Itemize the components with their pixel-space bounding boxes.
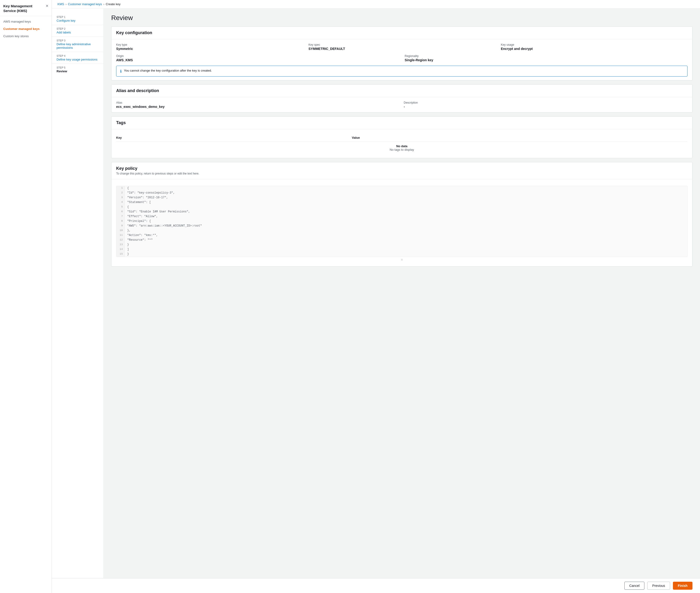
steps-panel: Step 1 Configure key Step 2 Add labels S…	[52, 8, 104, 593]
step-3-name: Define key administrative permissions	[57, 42, 99, 49]
step-5-name: Review	[57, 70, 99, 73]
code-line: 11 "Action": "kms:*",	[116, 233, 687, 238]
sidebar-title: Key Management Service (KMS)	[3, 4, 32, 13]
breadcrumb: KMS › Customer managed keys › Create key	[52, 0, 700, 8]
code-editor[interactable]: 1{2 "Id": "key-consolepolicy-3",3 "Versi…	[116, 186, 688, 257]
step-4-label: Step 4	[57, 54, 99, 57]
key-type-value: Symmetric	[116, 47, 303, 51]
config-item-key-usage: Key usage Encrypt and decrypt	[501, 43, 688, 51]
alias-desc-title: Alias and description	[116, 88, 688, 93]
key-config-title: Key configuration	[116, 30, 688, 35]
origin-value: AWS_KMS	[116, 58, 399, 62]
tags-no-data: No data No tags to display	[116, 142, 688, 155]
config-grid-row2: Origin AWS_KMS Regionality Single-Region…	[116, 54, 688, 62]
sidebar-header: Key Management Service (KMS) ×	[0, 0, 51, 16]
step-2-name: Add labels	[57, 31, 99, 34]
no-data-label: No data	[116, 144, 688, 148]
step-1-name: Configure key	[57, 19, 99, 23]
code-line: 4 "Statement": [	[116, 200, 687, 205]
sidebar-item-aws-managed-keys[interactable]: AWS managed keys	[0, 18, 51, 25]
breadcrumb-sep-1: ›	[66, 3, 67, 6]
step-3-label: Step 3	[57, 39, 99, 42]
alias-grid: Alias ecs_exec_windows_demo_key Descript…	[116, 101, 688, 109]
tags-header: Tags	[111, 117, 692, 129]
cancel-button[interactable]: Cancel	[624, 582, 644, 590]
description-item: Description -	[404, 101, 688, 109]
sidebar-item-customer-managed-keys[interactable]: Customer managed keys	[0, 25, 51, 33]
step-item-2[interactable]: Step 2 Add labels	[52, 25, 103, 37]
key-configuration-card: Key configuration Key type Symmetric Key…	[111, 26, 693, 81]
tags-table: Key Value No data No tags to display	[116, 134, 688, 154]
alias-desc-body: Alias ecs_exec_windows_demo_key Descript…	[111, 97, 692, 112]
code-line: 5 {	[116, 205, 687, 209]
content-wrapper: Step 1 Configure key Step 2 Add labels S…	[52, 8, 700, 593]
tags-body: Key Value No data No tags to display	[111, 129, 692, 158]
step-5-label: Step 5	[57, 66, 99, 69]
step-2-label: Step 2	[57, 27, 99, 30]
config-item-key-spec: Key spec SYMMETRIC_DEFAULT	[308, 43, 495, 51]
code-line: 8 "Principal": {	[116, 219, 687, 224]
review-title: Review	[111, 14, 693, 22]
previous-button[interactable]: Previous	[647, 582, 670, 590]
key-policy-header: Key policy To change this policy, return…	[111, 162, 692, 179]
breadcrumb-kms[interactable]: KMS	[58, 2, 64, 6]
alias-desc-header: Alias and description	[111, 84, 692, 97]
alias-value: ecs_exec_windows_demo_key	[116, 105, 400, 109]
key-config-header: Key configuration	[111, 27, 692, 39]
key-policy-subtitle: To change this policy, return to previou…	[116, 172, 688, 175]
main-area: KMS › Customer managed keys › Create key…	[52, 0, 700, 593]
key-spec-value: SYMMETRIC_DEFAULT	[308, 47, 495, 51]
code-line: 10 },	[116, 229, 687, 233]
alias-description-card: Alias and description Alias ecs_exec_win…	[111, 84, 693, 113]
description-value: -	[404, 105, 688, 109]
step-item-3[interactable]: Step 3 Define key administrative permiss…	[52, 37, 103, 52]
code-line: 3 "Version": "2012-10-17",	[116, 195, 687, 200]
step-item-4[interactable]: Step 4 Define key usage permissions	[52, 52, 103, 64]
code-line: 12 "Resource": "*"	[116, 238, 687, 243]
breadcrumb-customer-managed-keys[interactable]: Customer managed keys	[68, 2, 102, 6]
no-data-sub: No tags to display	[116, 148, 688, 151]
step-4-name: Define key usage permissions	[57, 58, 99, 61]
tags-title: Tags	[116, 120, 688, 125]
code-line: 14 ]	[116, 247, 687, 252]
regionality-label: Regionality	[405, 54, 688, 58]
code-line: 2 "Id": "key-consolepolicy-3",	[116, 191, 687, 195]
config-item-origin: Origin AWS_KMS	[116, 54, 399, 62]
code-line: 9 "AWS": "arn:aws:iam::<YOUR_ACCOUNT_ID>…	[116, 224, 687, 229]
key-policy-body: 1{2 "Id": "key-consolepolicy-3",3 "Versi…	[111, 179, 692, 266]
step-item-5[interactable]: Step 5 Review	[52, 64, 103, 75]
sidebar-item-custom-key-stores[interactable]: Custom key stores	[0, 33, 51, 40]
info-icon: ℹ	[120, 69, 121, 74]
tags-col-key: Key	[116, 134, 352, 142]
finish-button[interactable]: Finish	[673, 582, 693, 590]
config-item-regionality: Regionality Single-Region key	[405, 54, 688, 62]
config-item-key-type: Key type Symmetric	[116, 43, 303, 51]
regionality-value: Single-Region key	[405, 58, 688, 62]
key-policy-title: Key policy	[116, 166, 688, 171]
key-policy-card: Key policy To change this policy, return…	[111, 162, 693, 267]
alias-item: Alias ecs_exec_windows_demo_key	[116, 101, 400, 109]
key-usage-label: Key usage	[501, 43, 688, 46]
origin-label: Origin	[116, 54, 399, 58]
config-grid-row1: Key type Symmetric Key spec SYMMETRIC_DE…	[116, 43, 688, 51]
description-label: Description	[404, 101, 688, 104]
close-button[interactable]: ×	[46, 4, 48, 8]
review-content: Review Key configuration Key type Symmet…	[104, 8, 700, 593]
info-box: ℹ You cannot change the key configuratio…	[116, 66, 688, 77]
tags-card: Tags Key Value No da	[111, 116, 693, 158]
sidebar-nav: AWS managed keys Customer managed keys C…	[0, 16, 51, 42]
footer: Cancel Previous Finish	[52, 578, 700, 593]
tags-col-value: Value	[352, 134, 688, 142]
tags-no-data-row: No data No tags to display	[116, 142, 688, 155]
step-item-1[interactable]: Step 1 Configure key	[52, 13, 103, 25]
key-spec-label: Key spec	[308, 43, 495, 46]
code-line: 6 "Sid": "Enable IAM User Permissions",	[116, 209, 687, 214]
code-line: 13 }	[116, 243, 687, 247]
info-text: You cannot change the key configuration …	[124, 69, 212, 72]
breadcrumb-current: Create key	[106, 2, 121, 6]
scrollbar-hint: =	[116, 257, 688, 263]
sidebar: Key Management Service (KMS) × AWS manag…	[0, 0, 52, 593]
alias-label: Alias	[116, 101, 400, 104]
code-line: 7 "Effect": "Allow",	[116, 214, 687, 219]
breadcrumb-sep-2: ›	[103, 3, 104, 6]
